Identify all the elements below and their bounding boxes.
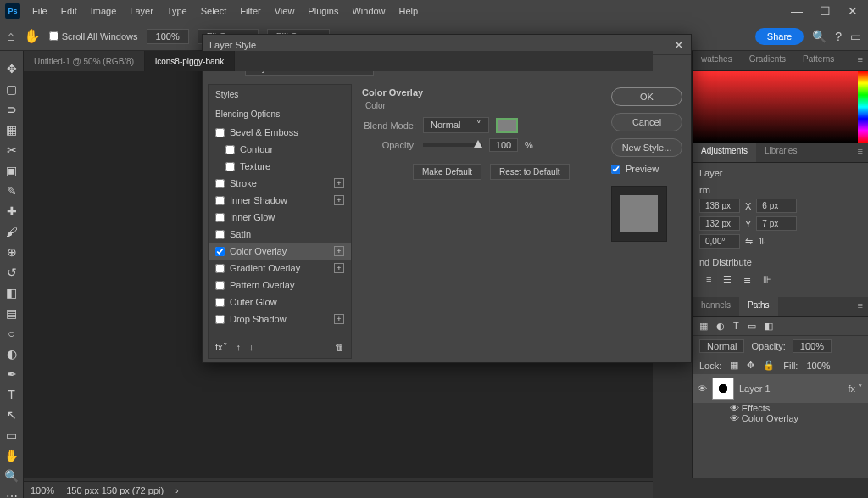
layer-name[interactable]: Layer 1 <box>739 383 771 394</box>
tab-patterns[interactable]: Patterns <box>794 51 843 70</box>
menu-plugins[interactable]: Plugins <box>301 3 345 20</box>
angle-field[interactable]: 0,00° <box>699 234 740 249</box>
cancel-button[interactable]: Cancel <box>611 113 682 131</box>
hue-strip[interactable] <box>858 71 868 143</box>
status-chevron-icon[interactable]: › <box>175 485 179 495</box>
tab-adjustments[interactable]: Adjustments <box>693 143 756 162</box>
effect-satin[interactable]: Satin <box>209 226 351 243</box>
visibility-icon[interactable]: 👁 <box>698 383 707 394</box>
tab-gradients[interactable]: Gradients <box>741 51 794 70</box>
lock-position-icon[interactable]: ✥ <box>747 360 754 371</box>
trash-icon[interactable]: 🗑 <box>335 342 344 353</box>
color-picker[interactable] <box>693 71 868 143</box>
effect-pattern-overlay[interactable]: Pattern Overlay <box>209 277 351 294</box>
tab-channels[interactable]: hannels <box>693 297 739 316</box>
flip-horizontal-icon[interactable]: ⇋ <box>745 236 753 247</box>
healing-tool-icon[interactable]: ✚ <box>3 202 21 221</box>
move-up-icon[interactable]: ↑ <box>236 342 242 353</box>
stamp-tool-icon[interactable]: ⊕ <box>3 243 21 261</box>
frame-tool-icon[interactable]: ▣ <box>3 161 21 180</box>
new-style-button[interactable]: New Style... <box>611 138 682 157</box>
blur-tool-icon[interactable]: ○ <box>3 324 21 343</box>
filter-pixel-icon[interactable]: ▦ <box>699 321 708 332</box>
menu-select[interactable]: Select <box>194 3 234 20</box>
menu-window[interactable]: Window <box>345 3 392 20</box>
lasso-tool-icon[interactable]: ⊃ <box>3 100 21 119</box>
path-select-tool-icon[interactable]: ↖ <box>3 406 21 424</box>
reset-default-button[interactable]: Reset to Default <box>490 164 570 180</box>
pen-tool-icon[interactable]: ✒ <box>3 365 21 383</box>
workspace-icon[interactable]: ▭ <box>850 30 861 43</box>
layer-blend-mode[interactable]: Normal <box>699 339 744 353</box>
width-field[interactable]: 138 px <box>699 199 740 213</box>
document-tab-2[interactable]: icons8-piggy-bank <box>145 51 235 71</box>
tab-libraries[interactable]: Libraries <box>756 143 805 162</box>
add-stroke-icon[interactable]: + <box>334 178 344 188</box>
overlay-color-chip[interactable] <box>496 118 518 133</box>
align-left-icon[interactable]: ≡ <box>706 274 711 285</box>
zoom-field[interactable]: 100% <box>147 29 189 44</box>
search-icon[interactable]: 🔍 <box>812 30 826 43</box>
gradient-tool-icon[interactable]: ▤ <box>3 304 21 322</box>
align-center-icon[interactable]: ☰ <box>723 274 732 285</box>
effect-inner-glow[interactable]: Inner Glow <box>209 209 351 226</box>
collapse-icon-3[interactable]: ≡ <box>853 297 868 316</box>
filter-shape-icon[interactable]: ▭ <box>748 321 756 332</box>
opacity-slider[interactable] <box>423 143 482 147</box>
height-field[interactable]: 132 px <box>699 216 740 231</box>
crop-tool-icon[interactable]: ✂ <box>3 141 21 159</box>
zoom-tool-icon[interactable]: 🔍 <box>3 467 21 485</box>
blending-options[interactable]: Blending Options <box>209 104 351 124</box>
effect-gradient-overlay[interactable]: Gradient Overlay+ <box>209 260 351 277</box>
brush-tool-icon[interactable]: 🖌 <box>3 222 21 241</box>
distribute-icon[interactable]: ⊪ <box>763 274 771 285</box>
preview-checkbox[interactable]: Preview <box>611 164 682 174</box>
window-close-icon[interactable]: ✕ <box>848 4 858 18</box>
layer-thumbnail[interactable] <box>712 378 734 400</box>
y-field[interactable]: 7 px <box>756 216 797 231</box>
window-minimize-icon[interactable]: — <box>791 4 803 18</box>
x-field[interactable]: 6 px <box>756 199 797 213</box>
eraser-tool-icon[interactable]: ◧ <box>3 283 21 302</box>
filter-smart-icon[interactable]: ◧ <box>765 321 773 332</box>
add-drop-shadow-icon[interactable]: + <box>334 314 344 324</box>
fx-menu-icon[interactable]: fx˅ <box>215 342 228 353</box>
filter-adjust-icon[interactable]: ◐ <box>716 321 725 332</box>
menu-filter[interactable]: Filter <box>233 3 267 20</box>
collapse-icon[interactable]: ≡ <box>853 51 868 70</box>
effects-visibility-icon[interactable]: 👁 <box>730 403 739 413</box>
status-zoom[interactable]: 100% <box>31 485 54 495</box>
move-down-icon[interactable]: ↓ <box>249 342 254 353</box>
tab-swatches[interactable]: watches <box>693 51 741 70</box>
menu-layer[interactable]: Layer <box>123 3 160 20</box>
hand-tool-icon2[interactable]: ✋ <box>3 446 21 465</box>
eyedropper-tool-icon[interactable]: ✎ <box>3 182 21 200</box>
effect-contour[interactable]: Contour <box>209 141 351 158</box>
effect-texture[interactable]: Texture <box>209 158 351 175</box>
menu-view[interactable]: View <box>268 3 302 20</box>
document-tab-1[interactable]: Untitled-1 @ 50% (RGB/8) <box>24 51 145 71</box>
add-inner-shadow-icon[interactable]: + <box>334 195 344 205</box>
dialog-close-icon[interactable]: ✕ <box>674 38 684 52</box>
menu-image[interactable]: Image <box>84 3 124 20</box>
menu-file[interactable]: File <box>25 3 54 20</box>
lock-all-icon[interactable]: 🔒 <box>763 360 775 371</box>
menu-type[interactable]: Type <box>160 3 194 20</box>
home-icon[interactable]: ⌂ <box>7 29 15 44</box>
type-tool-icon[interactable]: T <box>3 385 21 404</box>
flip-vertical-icon[interactable]: ⥮ <box>758 236 765 247</box>
object-select-tool-icon[interactable]: ▦ <box>3 120 21 139</box>
history-brush-tool-icon[interactable]: ↺ <box>3 263 21 282</box>
effect-bevel[interactable]: Bevel & Emboss <box>209 124 351 141</box>
lock-pixels-icon[interactable]: ▦ <box>730 360 738 371</box>
effect-color-overlay[interactable]: Color Overlay+ <box>209 243 351 260</box>
window-maximize-icon[interactable]: ☐ <box>820 4 831 18</box>
ok-button[interactable]: OK <box>611 87 682 106</box>
layer-row-1[interactable]: 👁 Layer 1 fx ˅ <box>693 374 868 403</box>
shape-tool-icon[interactable]: ▭ <box>3 426 21 445</box>
layer-opacity[interactable]: 100% <box>793 339 832 353</box>
opacity-value[interactable]: 100 <box>489 138 518 152</box>
hand-tool-icon[interactable]: ✋ <box>24 28 41 44</box>
fx-badge[interactable]: fx ˅ <box>848 383 863 394</box>
scroll-all-windows-checkbox[interactable]: Scroll All Windows <box>49 31 138 42</box>
